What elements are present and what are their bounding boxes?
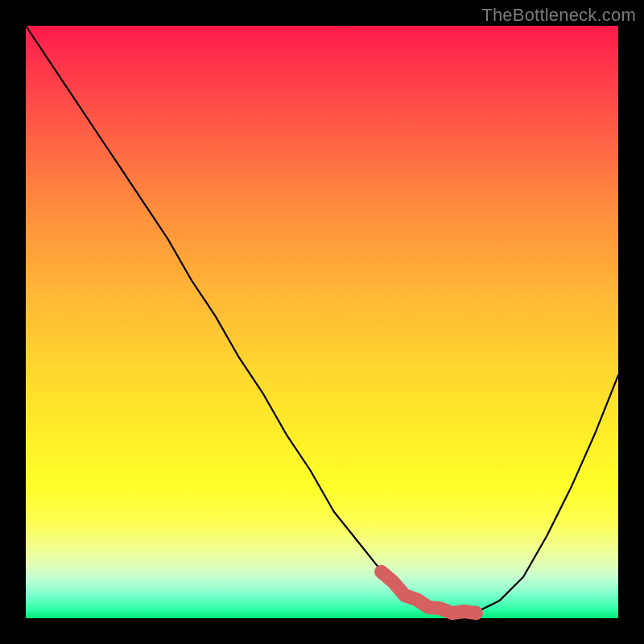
watermark-text: TheBottleneck.com — [481, 5, 636, 26]
sweet-spot-emphasis — [382, 572, 477, 613]
curve-layer — [26, 26, 618, 618]
chart-container: TheBottleneck.com — [0, 0, 644, 644]
bottleneck-curve — [26, 26, 618, 613]
sweet-spot-endpoint-dot — [469, 606, 482, 619]
